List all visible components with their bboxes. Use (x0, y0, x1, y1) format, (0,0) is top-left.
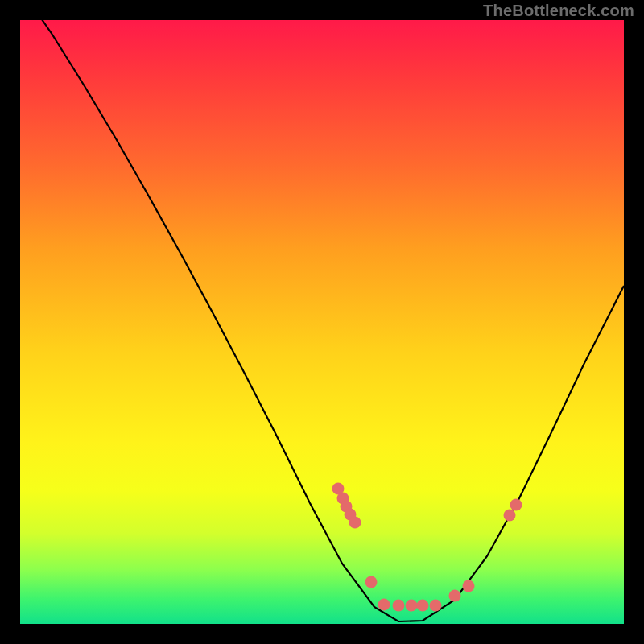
marker-dot (430, 600, 442, 612)
outer-frame: TheBottleneck.com (0, 0, 644, 644)
attribution-text: TheBottleneck.com (483, 2, 634, 20)
marker-dots (332, 483, 522, 612)
marker-dot (417, 600, 429, 612)
marker-dot (349, 517, 361, 529)
chart-overlay (20, 20, 624, 624)
marker-dot (393, 600, 405, 612)
marker-dot (449, 590, 461, 602)
marker-dot (504, 510, 516, 522)
marker-dot (406, 600, 418, 612)
bottleneck-curve (20, 0, 624, 621)
marker-dot (378, 599, 390, 611)
marker-dot (510, 499, 522, 511)
marker-dot (463, 580, 475, 592)
marker-dot (365, 576, 378, 588)
